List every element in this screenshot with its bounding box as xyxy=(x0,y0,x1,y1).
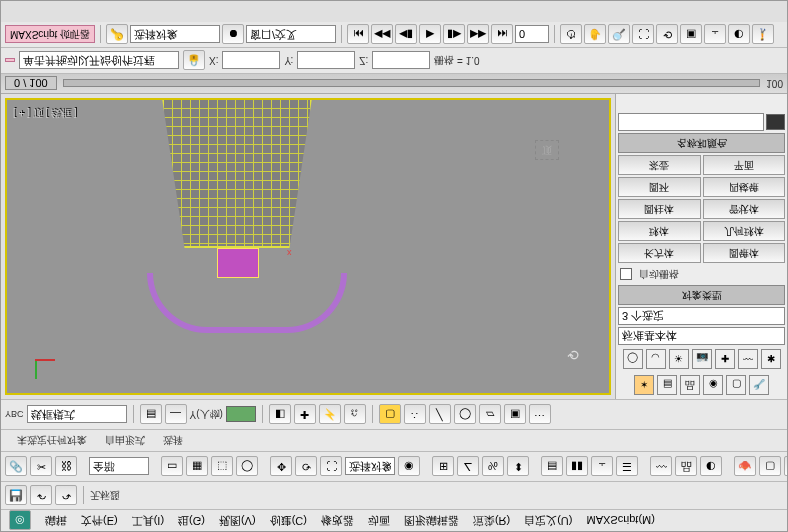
hierarchy-tab-icon[interactable]: 品 xyxy=(680,375,700,395)
utility-tab-icon[interactable]: 🔧 xyxy=(749,375,769,395)
frame-indicator[interactable]: 0 / 100 xyxy=(5,77,57,91)
app-icon[interactable]: ◎ xyxy=(9,511,31,531)
prev-frame-icon[interactable]: ◀◀ xyxy=(371,25,393,45)
border-icon[interactable]: ◯ xyxy=(454,405,476,425)
zoom-all-icon[interactable]: ⛶ xyxy=(632,25,654,45)
poly-icon[interactable]: ▤ xyxy=(140,405,162,425)
more-icon[interactable]: ⋯ xyxy=(529,405,551,425)
key-toggle-icon[interactable]: 🔑 xyxy=(106,25,128,45)
ref-coord-dropdown[interactable] xyxy=(345,458,395,476)
prev-key-icon[interactable]: ◀▮ xyxy=(395,25,417,45)
set-key-icon[interactable]: ⏺ xyxy=(222,25,244,45)
tab-extras[interactable]: 选择 xyxy=(163,434,183,448)
plane-button[interactable]: 平面 xyxy=(703,155,786,175)
menu-edit[interactable]: 编辑 xyxy=(45,513,67,528)
redo-icon[interactable]: ↷ xyxy=(55,486,77,506)
maximize-icon[interactable]: ▣ xyxy=(680,25,702,45)
object-name-input[interactable] xyxy=(618,113,764,131)
lasso-select-icon[interactable]: ◯ xyxy=(236,457,258,477)
link-icon[interactable]: 🔗 xyxy=(5,457,27,477)
walk-icon[interactable]: 🚶 xyxy=(752,25,774,45)
element-icon[interactable]: ▣ xyxy=(504,405,526,425)
goto-end-icon[interactable]: ⏭ xyxy=(491,25,513,45)
tool-d-icon[interactable]: ⎌ xyxy=(344,405,366,425)
spinner-snap-icon[interactable]: ⬍ xyxy=(507,457,529,477)
tool-b-icon[interactable]: ✚ xyxy=(294,405,316,425)
poly2-icon[interactable]: ▱ xyxy=(479,405,501,425)
tube-button[interactable]: 管状体 xyxy=(703,199,786,219)
menu-custom[interactable]: 自定义(U) xyxy=(524,513,572,528)
tool-c-icon[interactable]: ⚡ xyxy=(319,405,341,425)
object-color-swatch[interactable] xyxy=(766,114,785,130)
next-key-icon[interactable]: ▮▶ xyxy=(443,25,465,45)
menu-modifiers[interactable]: 修改器 xyxy=(321,513,354,528)
modify-tab-icon[interactable]: ▤ xyxy=(657,375,677,395)
display-tab-icon[interactable]: ▢ xyxy=(726,375,746,395)
rollout-object-type[interactable]: 对象类型 xyxy=(618,285,785,305)
rotate-icon[interactable]: ⟳ xyxy=(295,457,317,477)
rect-select-icon[interactable]: ⬚ xyxy=(211,457,233,477)
material-editor-icon[interactable]: ◐ xyxy=(700,457,722,477)
menu-render[interactable]: 渲染(R) xyxy=(473,513,510,528)
cylinder-button[interactable]: 圆柱体 xyxy=(618,199,701,219)
motion-tab-icon[interactable]: ◉ xyxy=(703,375,723,395)
menu-graph[interactable]: 图形编辑器 xyxy=(404,513,459,528)
cone-button[interactable]: 圆锥体 xyxy=(703,243,786,263)
model-body[interactable] xyxy=(162,98,312,248)
time-slider[interactable]: 0 / 100 100 xyxy=(1,74,787,94)
menu-maxscript[interactable]: MAXScript(M) xyxy=(586,515,654,527)
modifier-dropdown[interactable] xyxy=(27,406,127,424)
subcategory-dropdown[interactable] xyxy=(618,327,785,345)
shapes-icon[interactable]: ◡ xyxy=(646,349,666,369)
magnet-icon[interactable]: 🧲 xyxy=(784,457,788,477)
vertex-icon[interactable]: ∴ xyxy=(404,405,426,425)
undo-icon[interactable]: ↶ xyxy=(30,486,52,506)
mirror-icon[interactable]: ▮▮ xyxy=(566,457,588,477)
systems-icon[interactable]: ✱ xyxy=(761,349,781,369)
viewcube-icon[interactable]: ⟲ xyxy=(567,347,579,363)
snap-icon[interactable]: ⊞ xyxy=(432,457,454,477)
viewport-top[interactable]: ⟲ 顶 x [ + ] 顶 [ 线框 ] xyxy=(5,98,611,395)
edit-icon[interactable]: — xyxy=(165,405,187,425)
unlink-icon[interactable]: ✂ xyxy=(30,457,52,477)
fov-icon[interactable]: ⫠ xyxy=(704,25,726,45)
move-icon[interactable]: ✥ xyxy=(270,457,292,477)
selected-count-dropdown[interactable] xyxy=(618,307,785,325)
play-icon[interactable]: ▶ xyxy=(419,25,441,45)
schematic-icon[interactable]: 品 xyxy=(675,457,697,477)
curve-editor-icon[interactable]: 〰 xyxy=(650,457,672,477)
key-filter-dropdown[interactable] xyxy=(130,26,220,44)
next-frame-icon[interactable]: ▶▶ xyxy=(467,25,489,45)
key-mode-dropdown[interactable] xyxy=(246,26,336,44)
menu-group[interactable]: 组(G) xyxy=(178,513,205,528)
named-sel-icon[interactable]: ▤ xyxy=(541,457,563,477)
sphere-button[interactable]: 球体 xyxy=(618,221,701,241)
prompt-field[interactable] xyxy=(19,52,179,70)
menu-view[interactable]: 视图(V) xyxy=(219,513,256,528)
pan-icon[interactable]: ✋ xyxy=(584,25,606,45)
render-setup-icon[interactable]: 🫖 xyxy=(734,457,756,477)
pivot-icon[interactable]: ◉ xyxy=(398,457,420,477)
edge-icon[interactable]: ╱ xyxy=(429,405,451,425)
angle-snap-icon[interactable]: ∠ xyxy=(457,457,479,477)
z-input[interactable] xyxy=(372,52,430,70)
current-frame-input[interactable] xyxy=(515,26,549,44)
menu-create[interactable]: 创建(C) xyxy=(270,513,307,528)
x-input[interactable] xyxy=(222,52,280,70)
percent-snap-icon[interactable]: % xyxy=(482,457,504,477)
bind-icon[interactable]: ⛓ xyxy=(55,457,77,477)
menu-animation[interactable]: 动画 xyxy=(368,513,390,528)
sel-mode-icon[interactable]: ▢ xyxy=(379,405,401,425)
helpers-icon[interactable]: ✚ xyxy=(715,349,735,369)
teapot-button[interactable]: 茶壶 xyxy=(618,155,701,175)
color-swatch[interactable] xyxy=(226,407,256,423)
time-config-icon[interactable]: ⏱ xyxy=(560,25,582,45)
orbit-icon[interactable]: ⟲ xyxy=(656,25,678,45)
geosphere-button[interactable]: 几何球体 xyxy=(703,221,786,241)
tool-a-icon[interactable]: ◧ xyxy=(269,405,291,425)
listener-mini[interactable] xyxy=(5,59,15,63)
goto-start-icon[interactable]: ⏮ xyxy=(347,25,369,45)
model-arc[interactable] xyxy=(147,273,347,333)
y-input[interactable] xyxy=(297,52,355,70)
lock-icon[interactable]: 🔒 xyxy=(183,51,205,71)
